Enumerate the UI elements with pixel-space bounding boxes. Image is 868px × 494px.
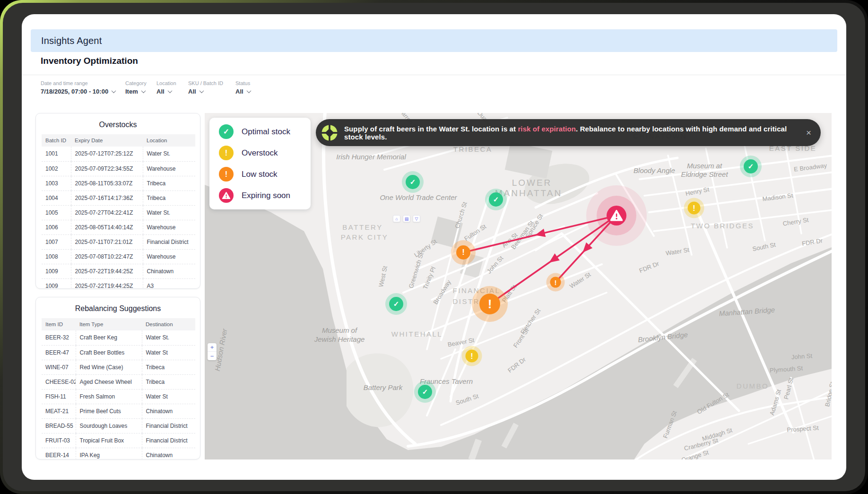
optimal-marker[interactable]: ✓: [406, 175, 420, 189]
overstock-marker[interactable]: !: [688, 202, 701, 215]
table-cell: Warehouse: [143, 249, 195, 264]
table-cell: Water St: [142, 389, 195, 404]
optimal-marker[interactable]: ✓: [418, 385, 432, 399]
table-cell: Fresh Salmon: [76, 389, 142, 404]
legend-label: Expiring soon: [242, 191, 290, 200]
table-cell: Water St.: [143, 147, 195, 161]
legend-item-expiring: Expiring soon: [219, 188, 311, 203]
table-row: FISH-11Fresh SalmonWater St: [42, 389, 195, 404]
app-title: Insights Agent: [41, 35, 102, 46]
device-screenshot: Insights Agent Inventory Optimization Da…: [0, 0, 868, 494]
agent-spark-icon: [321, 125, 338, 141]
table-row: BREAD-55Sourdough LoavesFinancial Distri…: [42, 418, 195, 433]
rebalancing-suggestions-table: Item IDItem TypeDestinationBEER-32Craft …: [42, 318, 195, 459]
filter-value: 7/18/2025, 07:00 - 10:00: [41, 88, 115, 95]
legend-label: Overstock: [242, 148, 278, 158]
overstocks-table: Batch IDExpiry DateLocation10012025-07-1…: [42, 134, 195, 289]
map-tool-buttons: ⌂▤▽: [393, 215, 420, 222]
table-row: 10072025-07-11T07:21:01ZFinancial Distri…: [42, 234, 195, 249]
optimal-marker[interactable]: ✓: [489, 192, 503, 207]
table-row: 10092025-07-22T19:44:25ZChinatown: [42, 264, 195, 278]
filter-value: Item: [125, 88, 147, 95]
table-row: MEAT-21Prime Beef CutsChinatown: [42, 404, 195, 418]
table-row: BEER-32Craft Beer KegWater St.: [42, 330, 195, 345]
overstock-marker[interactable]: !: [466, 350, 478, 363]
table-cell: 1001: [42, 147, 71, 161]
legend-item-low: !Low stock: [219, 167, 311, 182]
table-cell: 1007: [42, 234, 71, 249]
table-row: 10022025-07-09T22:34:55ZWarehouse: [42, 161, 195, 176]
filter-value: All: [188, 88, 223, 95]
table-cell: Sourdough Loaves: [76, 418, 142, 433]
expiring-marker[interactable]: [607, 206, 626, 225]
filter-map-button[interactable]: ▽: [413, 215, 420, 222]
table-cell: 1004: [42, 191, 71, 205]
filter-label: Status: [235, 80, 251, 86]
table-cell: A3: [143, 278, 195, 289]
table-header-row: Item IDItem TypeDestination: [42, 318, 195, 330]
table-cell: 1008: [42, 249, 71, 264]
optimal-marker[interactable]: ✓: [744, 159, 758, 173]
optimal-marker[interactable]: ✓: [389, 297, 403, 311]
column-header: Destination: [142, 318, 195, 330]
table-cell: Warehouse: [143, 161, 195, 176]
filter-label: Category: [125, 80, 147, 86]
filter-date-and-time-range[interactable]: Date and time range7/18/2025, 07:00 - 10…: [41, 80, 115, 95]
table-cell: BEER-32: [42, 330, 76, 345]
map-legend: ✓Optimal stock!Overstock!Low stockExpiri…: [209, 118, 311, 209]
table-cell: Aged Cheese Wheel: [76, 374, 142, 389]
table-cell: MEAT-21: [42, 404, 76, 418]
filter-category[interactable]: CategoryItem: [125, 80, 147, 95]
legend-item-overstock: !Overstock: [219, 146, 311, 160]
table-cell: 2025-07-27T04:22:41Z: [71, 205, 143, 220]
table-cell: 1002: [42, 161, 71, 176]
overstocks-card: Overstocks Batch IDExpiry DateLocation10…: [35, 113, 200, 289]
chevron-down-icon: [141, 88, 146, 93]
chevron-down-icon: [112, 88, 116, 93]
table-cell: IPA Keg: [76, 448, 142, 459]
table-row: FRUIT-03Tropical Fruit BoxFinancial Dist…: [42, 433, 195, 448]
table-cell: Financial District: [142, 418, 195, 433]
layers-map-button[interactable]: ▤: [403, 215, 410, 222]
map-canvas[interactable]: Warren StDuane StCHINATOWNEAST SIDETRIBE…: [205, 113, 832, 459]
filter-sku-batch-id[interactable]: SKU / Batch IDAll: [188, 80, 223, 95]
table-header-row: Batch IDExpiry DateLocation: [42, 134, 195, 147]
table-cell: 2025-07-09T22:34:55Z: [71, 161, 143, 176]
table-cell: Warehouse: [143, 220, 195, 234]
table-cell: Tribeca: [142, 374, 195, 389]
table-cell: 2025-07-22T19:44:25Z: [71, 264, 143, 278]
zoom-in-button[interactable]: +: [208, 343, 217, 352]
banner-highlight: risk of expiration: [518, 125, 576, 133]
app-header: Insights Agent: [31, 29, 837, 52]
table-cell: Financial District: [143, 234, 195, 249]
zoom-out-button[interactable]: −: [208, 352, 217, 360]
table-cell: Tribeca: [142, 360, 195, 374]
table-cell: 2025-07-12T07:25:12Z: [71, 147, 143, 161]
table-cell: Tribeca: [143, 191, 195, 205]
optimal-marker-icon: ✓: [219, 124, 234, 139]
header-divider: [22, 75, 846, 75]
table-row: CHEESE-02Aged Cheese WheelTribeca: [42, 374, 195, 389]
low-sm-marker[interactable]: !: [550, 277, 561, 288]
filter-status[interactable]: StatusAll: [235, 80, 251, 95]
table-cell: Chinatown: [143, 264, 195, 278]
table-cell: 1005: [42, 205, 71, 220]
table-cell: Tribeca: [143, 176, 195, 191]
table-cell: FISH-11: [42, 389, 76, 404]
table-cell: Tropical Fruit Box: [76, 433, 142, 448]
map-zoom-control: + −: [208, 343, 217, 360]
rebalancing-card: Rebalancing Suggestions Item IDItem Type…: [35, 297, 200, 459]
table-cell: WINE-07: [42, 360, 76, 374]
low-lg-marker[interactable]: !: [479, 294, 500, 314]
chevron-down-icon: [167, 88, 172, 93]
table-cell: Water St.: [143, 205, 195, 220]
filter-location[interactable]: LocationAll: [156, 80, 176, 95]
landmark-map-button[interactable]: ⌂: [393, 215, 400, 222]
filter-label: Date and time range: [41, 80, 115, 86]
table-cell: 2025-08-05T14:40:14Z: [71, 220, 143, 234]
low-marker[interactable]: !: [456, 245, 470, 260]
banner-close-icon[interactable]: ×: [806, 128, 811, 137]
table-cell: BEER-47: [42, 345, 76, 360]
legend-label: Optimal stock: [242, 127, 290, 137]
table-row: 10052025-07-27T04:22:41ZWater St.: [42, 205, 195, 220]
